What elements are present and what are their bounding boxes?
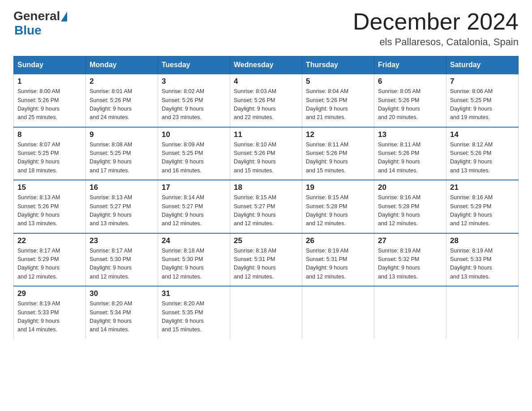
day-info: Sunrise: 8:07 AMSunset: 5:25 PMDaylight:… (17, 141, 60, 174)
day-info: Sunrise: 8:11 AMSunset: 5:26 PMDaylight:… (378, 141, 420, 174)
day-number: 29 (17, 289, 82, 298)
calendar-cell: 8 Sunrise: 8:07 AMSunset: 5:25 PMDayligh… (14, 127, 86, 180)
calendar-cell: 18 Sunrise: 8:15 AMSunset: 5:27 PMDaylig… (230, 180, 302, 233)
calendar-cell (446, 286, 519, 339)
week-row-1: 1 Sunrise: 8:00 AMSunset: 5:26 PMDayligh… (14, 74, 519, 127)
day-number: 17 (162, 183, 226, 192)
day-info: Sunrise: 8:04 AMSunset: 5:26 PMDaylight:… (306, 88, 348, 120)
day-number: 21 (450, 183, 515, 192)
calendar-cell: 19 Sunrise: 8:15 AMSunset: 5:28 PMDaylig… (302, 180, 374, 233)
header-thursday: Thursday (302, 56, 374, 74)
calendar-cell: 3 Sunrise: 8:02 AMSunset: 5:26 PMDayligh… (158, 74, 230, 127)
day-number: 20 (378, 183, 442, 192)
calendar-cell: 15 Sunrise: 8:13 AMSunset: 5:26 PMDaylig… (14, 180, 86, 233)
day-info: Sunrise: 8:01 AMSunset: 5:26 PMDaylight:… (90, 88, 132, 120)
day-info: Sunrise: 8:19 AMSunset: 5:33 PMDaylight:… (17, 300, 60, 333)
week-row-5: 29 Sunrise: 8:19 AMSunset: 5:33 PMDaylig… (14, 286, 519, 339)
week-row-4: 22 Sunrise: 8:17 AMSunset: 5:29 PMDaylig… (14, 233, 519, 287)
title-section: December 2024 els Pallaresos, Catalonia,… (353, 9, 519, 48)
logo: General Blue (13, 9, 67, 38)
day-number: 23 (90, 236, 154, 245)
day-info: Sunrise: 8:08 AMSunset: 5:25 PMDaylight:… (90, 141, 132, 174)
day-info: Sunrise: 8:10 AMSunset: 5:26 PMDaylight:… (234, 141, 276, 174)
calendar-cell: 21 Sunrise: 8:16 AMSunset: 5:29 PMDaylig… (446, 180, 519, 233)
day-info: Sunrise: 8:18 AMSunset: 5:30 PMDaylight:… (162, 248, 204, 280)
day-info: Sunrise: 8:05 AMSunset: 5:26 PMDaylight:… (378, 88, 420, 120)
day-number: 26 (306, 236, 370, 245)
day-info: Sunrise: 8:12 AMSunset: 5:26 PMDaylight:… (450, 141, 493, 174)
day-info: Sunrise: 8:09 AMSunset: 5:25 PMDaylight:… (162, 141, 204, 174)
day-number: 13 (378, 130, 442, 139)
day-number: 22 (17, 236, 82, 245)
calendar-cell (302, 286, 374, 339)
calendar-cell: 31 Sunrise: 8:20 AMSunset: 5:35 PMDaylig… (158, 286, 230, 339)
day-info: Sunrise: 8:17 AMSunset: 5:30 PMDaylight:… (90, 248, 132, 280)
header-wednesday: Wednesday (230, 56, 302, 74)
calendar-cell: 30 Sunrise: 8:20 AMSunset: 5:34 PMDaylig… (86, 286, 158, 339)
day-info: Sunrise: 8:15 AMSunset: 5:28 PMDaylight:… (306, 194, 348, 227)
day-number: 25 (234, 236, 298, 245)
week-row-2: 8 Sunrise: 8:07 AMSunset: 5:25 PMDayligh… (14, 127, 519, 180)
calendar-cell: 17 Sunrise: 8:14 AMSunset: 5:27 PMDaylig… (158, 180, 230, 233)
calendar-cell (230, 286, 302, 339)
calendar-cell: 28 Sunrise: 8:19 AMSunset: 5:33 PMDaylig… (446, 233, 519, 287)
calendar-cell: 25 Sunrise: 8:18 AMSunset: 5:31 PMDaylig… (230, 233, 302, 287)
day-info: Sunrise: 8:11 AMSunset: 5:26 PMDaylight:… (306, 141, 348, 174)
day-info: Sunrise: 8:17 AMSunset: 5:29 PMDaylight:… (17, 248, 60, 280)
day-number: 31 (162, 289, 226, 298)
header-friday: Friday (374, 56, 446, 74)
day-number: 30 (90, 289, 154, 298)
day-number: 12 (306, 130, 370, 139)
day-number: 11 (234, 130, 298, 139)
day-number: 16 (90, 183, 154, 192)
day-number: 8 (17, 130, 82, 139)
day-info: Sunrise: 8:15 AMSunset: 5:27 PMDaylight:… (234, 194, 276, 227)
day-number: 3 (162, 77, 226, 86)
header-saturday: Saturday (446, 56, 519, 74)
day-number: 9 (90, 130, 154, 139)
day-info: Sunrise: 8:19 AMSunset: 5:31 PMDaylight:… (306, 248, 348, 280)
day-info: Sunrise: 8:16 AMSunset: 5:29 PMDaylight:… (450, 194, 493, 227)
day-info: Sunrise: 8:00 AMSunset: 5:26 PMDaylight:… (17, 88, 60, 120)
calendar-cell: 29 Sunrise: 8:19 AMSunset: 5:33 PMDaylig… (14, 286, 86, 339)
calendar-cell: 1 Sunrise: 8:00 AMSunset: 5:26 PMDayligh… (14, 74, 86, 127)
day-info: Sunrise: 8:20 AMSunset: 5:35 PMDaylight:… (162, 300, 204, 333)
day-number: 7 (450, 77, 515, 86)
calendar-cell: 24 Sunrise: 8:18 AMSunset: 5:30 PMDaylig… (158, 233, 230, 287)
calendar-cell: 11 Sunrise: 8:10 AMSunset: 5:26 PMDaylig… (230, 127, 302, 180)
day-number: 1 (17, 77, 82, 86)
calendar-header-row: SundayMondayTuesdayWednesdayThursdayFrid… (14, 56, 519, 74)
day-info: Sunrise: 8:02 AMSunset: 5:26 PMDaylight:… (162, 88, 204, 120)
calendar-cell: 12 Sunrise: 8:11 AMSunset: 5:26 PMDaylig… (302, 127, 374, 180)
calendar-cell: 26 Sunrise: 8:19 AMSunset: 5:31 PMDaylig… (302, 233, 374, 287)
calendar-cell: 5 Sunrise: 8:04 AMSunset: 5:26 PMDayligh… (302, 74, 374, 127)
calendar-title: December 2024 (353, 9, 519, 34)
calendar-table: SundayMondayTuesdayWednesdayThursdayFrid… (13, 56, 519, 339)
calendar-cell: 6 Sunrise: 8:05 AMSunset: 5:26 PMDayligh… (374, 74, 446, 127)
day-number: 14 (450, 130, 515, 139)
day-info: Sunrise: 8:20 AMSunset: 5:34 PMDaylight:… (90, 300, 132, 333)
week-row-3: 15 Sunrise: 8:13 AMSunset: 5:26 PMDaylig… (14, 180, 519, 233)
day-number: 4 (234, 77, 298, 86)
day-number: 24 (162, 236, 226, 245)
day-info: Sunrise: 8:19 AMSunset: 5:33 PMDaylight:… (450, 248, 493, 280)
page-header: General Blue December 2024 els Pallareso… (13, 9, 519, 48)
logo-blue-text: Blue (14, 23, 42, 38)
calendar-cell: 23 Sunrise: 8:17 AMSunset: 5:30 PMDaylig… (86, 233, 158, 287)
day-info: Sunrise: 8:06 AMSunset: 5:25 PMDaylight:… (450, 88, 493, 120)
day-info: Sunrise: 8:18 AMSunset: 5:31 PMDaylight:… (234, 248, 276, 280)
day-number: 5 (306, 77, 370, 86)
header-tuesday: Tuesday (158, 56, 230, 74)
calendar-cell: 9 Sunrise: 8:08 AMSunset: 5:25 PMDayligh… (86, 127, 158, 180)
day-info: Sunrise: 8:13 AMSunset: 5:26 PMDaylight:… (17, 194, 60, 227)
calendar-subtitle: els Pallaresos, Catalonia, Spain (353, 36, 519, 48)
calendar-cell: 2 Sunrise: 8:01 AMSunset: 5:26 PMDayligh… (86, 74, 158, 127)
day-info: Sunrise: 8:16 AMSunset: 5:28 PMDaylight:… (378, 194, 420, 227)
day-number: 15 (17, 183, 82, 192)
calendar-cell: 13 Sunrise: 8:11 AMSunset: 5:26 PMDaylig… (374, 127, 446, 180)
day-number: 19 (306, 183, 370, 192)
day-number: 2 (90, 77, 154, 86)
calendar-cell: 20 Sunrise: 8:16 AMSunset: 5:28 PMDaylig… (374, 180, 446, 233)
day-info: Sunrise: 8:14 AMSunset: 5:27 PMDaylight:… (162, 194, 204, 227)
day-number: 27 (378, 236, 442, 245)
